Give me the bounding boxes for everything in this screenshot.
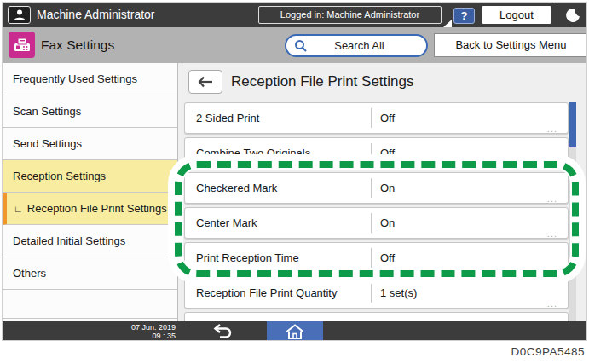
ellipsis-icon: ... — [547, 264, 557, 273]
sidebar-empty-area — [3, 290, 177, 319]
sidebar-item-label: Send Settings — [13, 137, 82, 150]
setting-label: Center Mark — [185, 208, 371, 238]
home-icon — [285, 324, 305, 340]
setting-row-print-reception-time[interactable]: Print Reception Time Off ... — [184, 242, 569, 274]
sub-item-prefix: ∟ — [14, 204, 23, 214]
ellipsis-icon: ... — [547, 299, 557, 308]
search-all-button[interactable]: Search All — [285, 34, 428, 57]
setting-label: Print Reception Time — [185, 243, 371, 273]
setting-row-2-sided-print[interactable]: 2 Sided Print Off ... — [184, 102, 569, 134]
setting-value: Off — [372, 138, 395, 168]
figure-code: D0C9PA5485 — [511, 345, 585, 358]
moon-icon — [565, 8, 580, 23]
home-button[interactable] — [267, 321, 323, 341]
setting-label: Reception File Print Quantity — [185, 278, 371, 308]
sidebar-item-reception-settings[interactable]: Reception Settings — [3, 160, 177, 193]
sidebar-item-label: Detailed Initial Settings — [13, 234, 125, 247]
setting-label: Checkered Mark — [185, 173, 371, 203]
sidebar-item-reception-file-print-settings[interactable]: ∟Reception File Print Settings — [3, 193, 177, 225]
page-title: Reception File Print Settings — [231, 70, 414, 94]
sidebar-item-label: Others — [13, 267, 46, 280]
settings-list: 2 Sided Print Off ... Combine Two Origin… — [184, 102, 569, 321]
return-button[interactable] — [209, 323, 236, 340]
sidebar-item-label: Reception Settings — [13, 170, 106, 182]
user-icon[interactable] — [8, 6, 31, 24]
setting-row-center-mark[interactable]: Center Mark On ... — [184, 207, 569, 239]
time-label: 09 : 35 — [3, 332, 176, 340]
bottom-bar: 07 Jun. 2019 09 : 35 — [3, 321, 587, 341]
ellipsis-icon: ... — [547, 229, 557, 238]
user-name-label: Machine Administrator — [37, 3, 155, 27]
sidebar-item-others[interactable]: Others — [3, 257, 177, 290]
fax-icon — [9, 32, 35, 58]
topbar-separator — [557, 3, 557, 27]
setting-value: Off — [372, 243, 395, 273]
main-panel: Reception File Print Settings 2 Sided Pr… — [179, 63, 587, 321]
datetime-display: 07 Jun. 2019 09 : 35 — [3, 323, 176, 340]
sidebar-item-send-settings[interactable]: Send Settings — [3, 128, 177, 160]
back-button[interactable] — [188, 70, 222, 94]
sidebar-item-scan-settings[interactable]: Scan Settings — [3, 95, 177, 128]
setting-row-reception-file-print-quantity[interactable]: Reception File Print Quantity 1 set(s) .… — [184, 277, 569, 309]
search-icon — [294, 39, 308, 53]
logout-button[interactable]: Logout — [482, 6, 551, 24]
back-arrow-icon — [197, 76, 214, 88]
energy-saver-button[interactable] — [562, 5, 584, 25]
user-icon-glyph — [13, 9, 26, 21]
date-label: 07 Jun. 2019 — [3, 323, 176, 332]
ellipsis-icon: ... — [547, 124, 557, 133]
setting-row-combine-two-originals[interactable]: Combine Two Originals Off ... — [184, 137, 569, 169]
setting-row-partial[interactable] — [184, 312, 569, 321]
ellipsis-icon: ... — [547, 194, 557, 203]
setting-value: On — [372, 208, 395, 238]
setting-label: Combine Two Originals — [185, 138, 371, 168]
sidebar-item-label: Reception File Print Settings — [27, 202, 167, 215]
app-bar: Fax Settings Search All Back to Settings… — [3, 27, 587, 63]
setting-row-checkered-mark[interactable]: Checkered Mark On ... — [184, 172, 569, 204]
app-title: Fax Settings — [41, 27, 114, 63]
setting-value: Off — [372, 103, 395, 133]
setting-label: 2 Sided Print — [185, 103, 371, 133]
back-to-settings-menu-button[interactable]: Back to Settings Menu — [434, 33, 587, 57]
sidebar-item-label: Frequently Used Settings — [13, 72, 137, 85]
undo-icon — [211, 324, 234, 339]
sidebar-item-detailed-initial-settings[interactable]: Detailed Initial Settings — [3, 225, 177, 257]
ellipsis-icon: ... — [547, 159, 557, 168]
setting-value: 1 set(s) — [372, 278, 417, 308]
scrollbar-thumb[interactable] — [569, 102, 576, 147]
scrollbar-track[interactable] — [569, 102, 576, 321]
help-button[interactable]: ? — [453, 8, 475, 24]
screenshot-stage: Machine Administrator Logged in: Machine… — [0, 0, 589, 364]
fax-icon-glyph — [13, 36, 32, 55]
search-label: Search All — [308, 39, 426, 52]
sidebar-item-label: Scan Settings — [13, 105, 81, 118]
logged-in-dropdown[interactable]: Logged in: Machine Administrator — [258, 6, 442, 24]
top-bar: Machine Administrator Logged in: Machine… — [3, 3, 587, 27]
setting-value: On — [372, 173, 395, 203]
dropdown-triangle-icon — [443, 20, 452, 27]
device-screen: Machine Administrator Logged in: Machine… — [2, 2, 587, 341]
sidebar-item-frequently-used-settings[interactable]: Frequently Used Settings — [3, 63, 177, 95]
settings-sidebar: Frequently Used Settings Scan Settings S… — [3, 63, 178, 321]
